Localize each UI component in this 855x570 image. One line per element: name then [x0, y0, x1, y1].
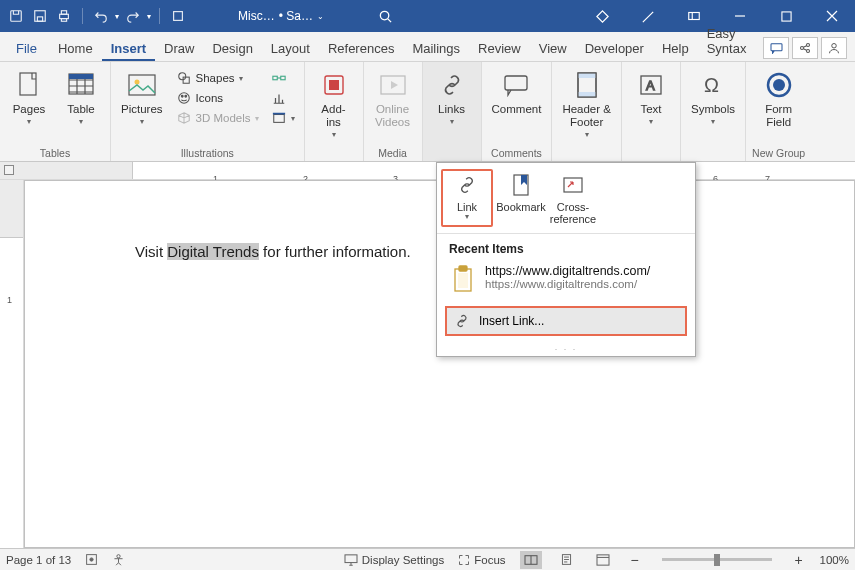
svg-rect-15 — [20, 73, 36, 95]
clipboard-icon — [449, 264, 477, 296]
display-settings-button[interactable]: Display Settings — [344, 554, 444, 566]
form-field-button[interactable]: Form Field — [756, 66, 802, 129]
tab-home[interactable]: Home — [49, 35, 102, 61]
group-headerfooter: Header & Footer▾ — [552, 62, 622, 161]
recent-link-item[interactable]: https://www.digitaltrends.com/ https://w… — [437, 260, 695, 306]
tab-help[interactable]: Help — [653, 35, 698, 61]
horizontal-ruler[interactable]: 1 2 3 4 5 6 7 — [0, 162, 855, 180]
symbols-button[interactable]: Ω Symbols▾ — [687, 66, 739, 126]
text-button[interactable]: A Text▾ — [628, 66, 674, 126]
online-videos-button: Online Videos — [370, 66, 416, 129]
comments-pane-button[interactable] — [763, 37, 789, 59]
cube-icon — [176, 110, 192, 126]
svg-point-24 — [184, 95, 186, 97]
redo-icon[interactable] — [123, 6, 143, 26]
zoom-in-button[interactable]: + — [792, 552, 806, 568]
svg-rect-50 — [345, 554, 357, 562]
tab-developer[interactable]: Developer — [576, 35, 653, 61]
svg-point-19 — [134, 80, 139, 85]
tab-file[interactable]: File — [4, 35, 49, 61]
links-dropdown: Link ▾ Bookmark Cross- reference Recent … — [436, 162, 696, 357]
svg-rect-45 — [459, 266, 467, 271]
print-icon[interactable] — [54, 6, 74, 26]
svg-rect-30 — [329, 80, 339, 90]
link-icon — [453, 171, 481, 199]
vertical-ruler[interactable]: 1 — [0, 180, 24, 548]
tab-review[interactable]: Review — [469, 35, 530, 61]
bookmark-tool[interactable]: Bookmark — [495, 169, 547, 227]
macro-recording-icon[interactable] — [85, 553, 98, 566]
svg-rect-0 — [11, 11, 22, 22]
tab-design[interactable]: Design — [203, 35, 261, 61]
links-button[interactable]: Links▾ — [429, 66, 475, 126]
addins-button[interactable]: Add- ins▾ — [311, 66, 357, 140]
zoom-out-button[interactable]: − — [628, 552, 642, 568]
undo-icon[interactable] — [91, 6, 111, 26]
tab-selector[interactable] — [4, 165, 14, 175]
table-button[interactable]: Table▾ — [58, 66, 104, 126]
icons-button[interactable]: Icons — [173, 89, 262, 107]
read-mode-button[interactable] — [520, 551, 542, 569]
tab-view[interactable]: View — [530, 35, 576, 61]
group-links: Links▾ — [423, 62, 482, 161]
svg-rect-25 — [272, 76, 276, 80]
svg-rect-5 — [61, 19, 66, 22]
zoom-level[interactable]: 100% — [820, 554, 849, 566]
search-icon[interactable] — [374, 4, 398, 28]
pages-button[interactable]: Pages▾ — [6, 66, 52, 126]
svg-rect-17 — [69, 74, 93, 79]
saved-status: • Sa… — [279, 9, 313, 23]
screenshot-button[interactable]: ▾ — [268, 109, 298, 127]
web-layout-button[interactable] — [592, 551, 614, 569]
header-footer-button[interactable]: Header & Footer▾ — [558, 66, 615, 140]
form-field-icon — [763, 69, 795, 101]
comment-button[interactable]: Comment — [488, 66, 546, 116]
tab-layout[interactable]: Layout — [262, 35, 319, 61]
diamond-icon[interactable] — [579, 0, 625, 32]
close-button[interactable] — [809, 0, 855, 32]
quickprint-icon[interactable] — [168, 6, 188, 26]
insert-link-menuitem[interactable]: Insert Link... — [445, 306, 687, 336]
document-title[interactable]: Misc… • Sa… ⌄ — [238, 9, 324, 23]
tab-easysyntax[interactable]: Easy Syntax — [698, 20, 763, 61]
chart-button[interactable] — [268, 89, 298, 107]
tab-insert[interactable]: Insert — [102, 35, 155, 61]
group-media: Online Videos Media — [364, 62, 423, 161]
3d-models-button[interactable]: 3D Models▾ — [173, 109, 262, 127]
resize-grip[interactable]: · · · — [437, 344, 695, 356]
page-indicator[interactable]: Page 1 of 13 — [6, 554, 71, 566]
svg-rect-34 — [578, 73, 596, 78]
svg-rect-18 — [129, 75, 155, 95]
comment-icon — [500, 69, 532, 101]
tab-references[interactable]: References — [319, 35, 403, 61]
shapes-icon — [176, 70, 192, 86]
cross-reference-tool[interactable]: Cross- reference — [547, 169, 599, 227]
account-icon[interactable] — [821, 37, 847, 59]
svg-text:Ω: Ω — [704, 74, 719, 96]
ribbon-tabs: File Home Insert Draw Design Layout Refe… — [0, 32, 855, 62]
maximize-button[interactable] — [763, 0, 809, 32]
chart-icon — [271, 90, 287, 106]
print-layout-button[interactable] — [556, 551, 578, 569]
save-icon[interactable] — [30, 6, 50, 26]
svg-point-7 — [381, 11, 389, 19]
pictures-button[interactable]: Pictures▾ — [117, 66, 167, 126]
autosave-icon[interactable] — [6, 6, 26, 26]
svg-rect-21 — [183, 77, 189, 83]
link-tool[interactable]: Link ▾ — [441, 169, 493, 227]
tab-draw[interactable]: Draw — [155, 35, 203, 61]
focus-button[interactable]: Focus — [458, 554, 505, 566]
group-addins: Add- ins▾ — [305, 62, 364, 161]
pen-icon[interactable] — [625, 0, 671, 32]
accessibility-icon[interactable] — [112, 553, 125, 566]
share-button[interactable] — [792, 37, 818, 59]
tab-mailings[interactable]: Mailings — [403, 35, 469, 61]
zoom-thumb[interactable] — [714, 554, 720, 566]
svg-rect-4 — [61, 11, 66, 15]
document-text[interactable]: Visit Digital Trends for further informa… — [135, 243, 411, 260]
svg-point-23 — [181, 95, 183, 97]
shapes-button[interactable]: Shapes▾ — [173, 69, 262, 87]
zoom-slider[interactable] — [662, 558, 772, 561]
group-symbols: Ω Symbols▾ — [681, 62, 746, 161]
smartart-button[interactable] — [268, 69, 298, 87]
